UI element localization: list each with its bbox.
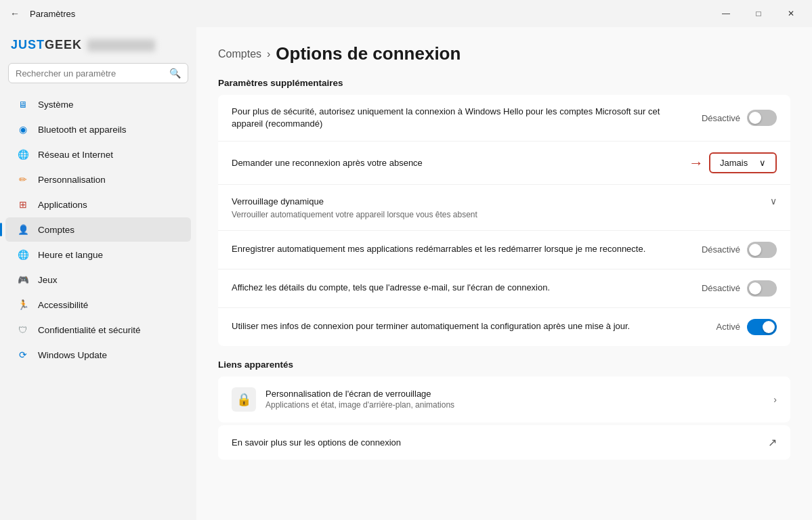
logo-just: JUST [11,38,45,52]
dropdown-chevron-reconnexion: ∨ [759,158,766,168]
sidebar-item-update[interactable]: ⟳Windows Update [5,343,191,367]
sidebar-item-perso[interactable]: ✏Personnalisation [5,167,191,192]
toggle-label-config-auto: Activé [717,322,740,332]
nav-icon-privacy: 🛡 [16,323,30,337]
liens-list: 🔒Personnalisation de l'écran de verrouil… [218,376,790,460]
toggle-group-windows-hello: Désactivé [702,110,777,126]
toggle-group-details-compte: Désactivé [702,280,777,297]
setting-sublabel-verrouillage: Verrouiller automatiquement votre appare… [232,210,477,219]
logo-blur [87,39,155,51]
nav-icon-access: 🏃 [16,298,30,311]
page-header: Comptes › Options de connexion [218,43,790,64]
maximize-button[interactable]: □ [743,3,774,24]
nav-label-heure: Heure et langue [38,250,103,260]
search-box[interactable]: 🔍 [8,63,188,83]
setting-label-verrouillage: Verrouillage dynamique [232,196,477,208]
nav-label-comptes: Comptes [38,225,74,235]
nav-label-privacy: Confidentialité et sécurité [38,325,141,335]
breadcrumb: Comptes › Options de connexion [218,43,790,64]
close-button[interactable]: ✕ [775,3,807,24]
app-body: JUST GEEK 🔍 🖥Système◉Bluetooth et appare… [0,27,812,520]
sidebar-item-comptes[interactable]: 👤Comptes [5,217,191,242]
nav-icon-reseau: 🌐 [16,148,30,161]
sidebar-item-heure[interactable]: 🌐Heure et langue [5,242,191,267]
nav-label-update: Windows Update [38,350,107,360]
sidebar-item-bluetooth[interactable]: ◉Bluetooth et appareils [5,117,191,142]
setting-row-windows-hello: Pour plus de sécurité, autorisez uniquem… [218,95,790,142]
nav-icon-heure: 🌐 [16,248,30,261]
sidebar-item-access[interactable]: 🏃Accessibilité [5,292,191,317]
minimize-button[interactable]: — [710,3,742,24]
title-bar: ← Paramètres — □ ✕ [0,0,812,27]
dropdown-value-reconnexion: Jamais [720,158,748,168]
nav-icon-perso: ✏ [16,173,30,186]
setting-label-windows-hello: Pour plus de sécurité, autorisez uniquem… [232,106,692,130]
red-arrow-reconnexion: → [689,154,704,172]
nav-list: 🖥Système◉Bluetooth et appareils🌐Réseau e… [0,91,196,368]
link-title-ecran-verrouillage: Personnalisation de l'écran de verrouill… [265,389,454,399]
logo-geek: GEEK [45,38,82,52]
settings-card: Pour plus de sécurité, autorisez uniquem… [218,95,790,346]
sidebar-item-jeux[interactable]: 🎮Jeux [5,267,191,292]
setting-row-verrouillage[interactable]: Verrouillage dynamiqueVerrouiller automa… [218,185,790,230]
nav-icon-update: ⟳ [16,348,30,362]
toggle-group-redemarrage: Désactivé [702,242,777,258]
setting-row-details-compte: Affichez les détails du compte, tels que… [218,269,790,308]
main-content: Comptes › Options de connexion Paramètre… [196,27,812,520]
link-row-ecran-verrouillage[interactable]: 🔒Personnalisation de l'écran de verrouil… [218,376,790,422]
setting-label-details-compte: Affichez les détails du compte, tels que… [232,282,550,294]
nav-label-bluetooth: Bluetooth et appareils [38,125,127,135]
search-icon: 🔍 [169,68,181,79]
link-chevron-ecran-verrouillage: › [773,394,777,405]
nav-label-access: Accessibilité [38,300,88,310]
nav-icon-apps: ⊞ [16,198,30,211]
app-title: Paramètres [30,9,75,19]
link-row-left-ecran-verrouillage: 🔒Personnalisation de l'écran de verrouil… [232,387,454,412]
nav-icon-jeux: 🎮 [16,273,30,286]
toggle-label-windows-hello: Désactivé [702,113,740,123]
search-input[interactable] [16,68,164,79]
nav-label-perso: Personnalisation [38,175,106,185]
setting-row-reconnexion: Demander une reconnexion après votre abs… [218,142,790,185]
nav-label-apps: Applications [38,200,87,210]
sidebar-item-apps[interactable]: ⊞Applications [5,192,191,217]
chevron-icon-verrouillage: ∨ [770,196,777,207]
link-icon-ecran-verrouillage: 🔒 [232,387,256,412]
sidebar-logo: JUST GEEK [0,32,196,63]
link-text-ecran-verrouillage: Personnalisation de l'écran de verrouill… [265,389,454,410]
toggle-details-compte[interactable] [747,280,777,297]
breadcrumb-separator: › [267,48,270,60]
nav-label-systeme: Système [38,100,74,110]
sidebar: JUST GEEK 🔍 🖥Système◉Bluetooth et appare… [0,27,196,520]
back-button[interactable]: ← [5,4,24,23]
setting-label-reconnexion: Demander une reconnexion après votre abs… [232,157,423,169]
external-link-icon: ↗ [768,436,777,449]
nav-label-reseau: Réseau et Internet [38,150,113,160]
window-controls: — □ ✕ [710,3,807,24]
link-title-en-savoir-plus: En savoir plus sur les options de connex… [232,437,401,448]
nav-icon-systeme: 🖥 [16,98,30,111]
toggle-label-details-compte: Désactivé [702,283,740,293]
section-liens-title: Liens apparentés [218,360,790,370]
dropdown-reconnexion[interactable]: Jamais∨ [709,152,777,173]
arrow-container-reconnexion: →Jamais∨ [689,152,777,173]
toggle-windows-hello[interactable] [747,110,777,126]
setting-label-redemarrage: Enregistrer automatiquement mes applicat… [232,243,645,255]
sidebar-item-systeme[interactable]: 🖥Système [5,92,191,116]
link-row-en-savoir-plus[interactable]: En savoir plus sur les options de connex… [218,425,790,460]
sidebar-item-privacy[interactable]: 🛡Confidentialité et sécurité [5,318,191,342]
setting-row-config-auto: Utiliser mes infos de connexion pour ter… [218,308,790,346]
toggle-label-redemarrage: Désactivé [702,244,740,255]
nav-label-jeux: Jeux [38,275,58,285]
setting-label-config-auto: Utiliser mes infos de connexion pour ter… [232,320,630,332]
toggle-redemarrage[interactable] [747,242,777,258]
section-supplementaires-title: Paramètres supplémentaires [218,78,790,88]
toggle-config-auto[interactable] [747,319,777,335]
breadcrumb-parent: Comptes [218,48,261,60]
breadcrumb-current: Options de connexion [276,43,461,64]
sidebar-item-reseau[interactable]: 🌐Réseau et Internet [5,142,191,167]
toggle-group-config-auto: Activé [717,319,777,335]
link-sub-ecran-verrouillage: Applications et état, image d'arrière-pl… [265,400,454,410]
nav-icon-bluetooth: ◉ [16,123,30,136]
nav-icon-comptes: 👤 [16,223,30,236]
